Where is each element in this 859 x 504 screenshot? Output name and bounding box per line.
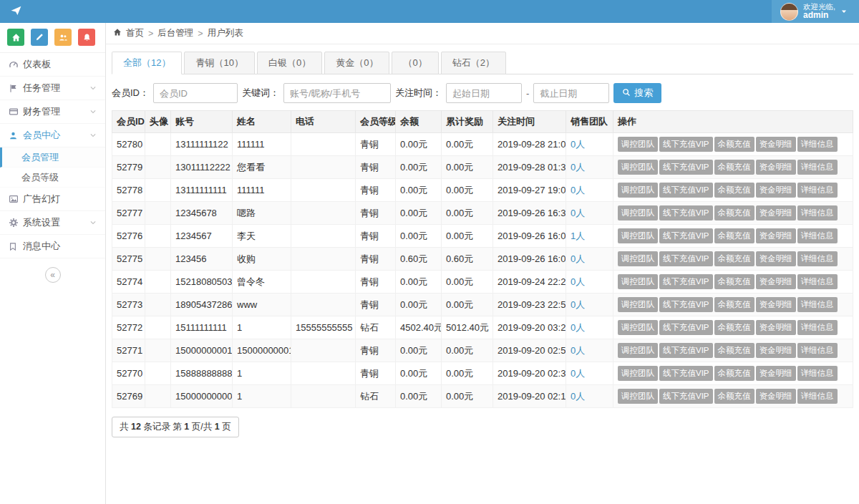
sidebar-collapse-button[interactable]: «: [45, 267, 61, 283]
adjust-team-button[interactable]: 调控团队: [618, 228, 658, 243]
fund-details-button[interactable]: 资金明细: [756, 160, 796, 175]
detail-info-button[interactable]: 详细信息: [797, 320, 838, 335]
tab-all[interactable]: 全部（12）: [112, 52, 182, 74]
sales-team-link[interactable]: 0人: [571, 391, 585, 402]
adjust-team-button[interactable]: 调控团队: [618, 297, 658, 312]
notifications-shortcut-button[interactable]: [78, 29, 95, 46]
offline-recharge-vip-button[interactable]: 线下充值VIP: [659, 274, 713, 289]
sales-team-link[interactable]: 0人: [571, 162, 585, 173]
adjust-team-button[interactable]: 调控团队: [618, 251, 658, 266]
users-shortcut-button[interactable]: [54, 29, 72, 46]
detail-info-button[interactable]: 详细信息: [797, 251, 838, 266]
offline-recharge-vip-button[interactable]: 线下充值VIP: [659, 343, 713, 358]
sidebar-item-dashboard[interactable]: 仪表板: [0, 53, 105, 77]
balance-recharge-button[interactable]: 余额充值: [714, 228, 754, 243]
detail-info-button[interactable]: 详细信息: [797, 366, 838, 381]
tab-bronze[interactable]: 青铜（10）: [184, 52, 254, 74]
balance-recharge-button[interactable]: 余额充值: [714, 366, 754, 381]
breadcrumb-backend[interactable]: 后台管理: [157, 27, 193, 39]
balance-recharge-button[interactable]: 余额充值: [714, 205, 754, 220]
sidebar-subitem-member-management[interactable]: 会员管理: [0, 147, 105, 168]
offline-recharge-vip-button[interactable]: 线下充值VIP: [659, 137, 713, 152]
sidebar-subitem-member-level[interactable]: 会员等级: [0, 168, 105, 188]
balance-recharge-button[interactable]: 余额充值: [714, 137, 754, 152]
sales-team-link[interactable]: 0人: [571, 322, 585, 333]
fund-details-button[interactable]: 资金明细: [756, 137, 796, 152]
end-date-input[interactable]: [533, 83, 609, 103]
edit-shortcut-button[interactable]: [31, 29, 48, 46]
offline-recharge-vip-button[interactable]: 线下充值VIP: [659, 251, 713, 266]
detail-info-button[interactable]: 详细信息: [797, 137, 838, 152]
adjust-team-button[interactable]: 调控团队: [618, 137, 658, 152]
offline-recharge-vip-button[interactable]: 线下充值VIP: [659, 320, 713, 335]
balance-recharge-button[interactable]: 余额充值: [714, 389, 754, 404]
fund-details-button[interactable]: 资金明细: [756, 389, 796, 404]
breadcrumb-home[interactable]: 首页: [126, 27, 144, 39]
detail-info-button[interactable]: 详细信息: [797, 343, 838, 358]
offline-recharge-vip-button[interactable]: 线下充值VIP: [659, 160, 713, 175]
detail-info-button[interactable]: 详细信息: [797, 274, 838, 289]
detail-info-button[interactable]: 详细信息: [797, 297, 838, 312]
balance-recharge-button[interactable]: 余额充值: [714, 274, 754, 289]
offline-recharge-vip-button[interactable]: 线下充值VIP: [659, 297, 713, 312]
sales-team-link[interactable]: 0人: [571, 299, 585, 310]
home-shortcut-button[interactable]: [7, 29, 24, 46]
fund-details-button[interactable]: 资金明细: [756, 366, 796, 381]
fund-details-button[interactable]: 资金明细: [756, 183, 796, 198]
tab-silver[interactable]: 白银（0）: [257, 52, 322, 74]
fund-details-button[interactable]: 资金明细: [756, 343, 796, 358]
balance-recharge-button[interactable]: 余额充值: [714, 160, 754, 175]
adjust-team-button[interactable]: 调控团队: [618, 320, 658, 335]
detail-info-button[interactable]: 详细信息: [797, 183, 838, 198]
tab-platinum[interactable]: （0）: [392, 52, 438, 74]
sales-team-link[interactable]: 0人: [571, 139, 585, 150]
sidebar-item-message-center[interactable]: 消息中心: [0, 235, 105, 258]
detail-info-button[interactable]: 详细信息: [797, 205, 838, 220]
start-date-input[interactable]: [446, 83, 522, 103]
offline-recharge-vip-button[interactable]: 线下充值VIP: [659, 183, 713, 198]
sales-team-link[interactable]: 0人: [571, 345, 585, 356]
member-id-input[interactable]: [153, 83, 238, 103]
balance-recharge-button[interactable]: 余额充值: [714, 183, 754, 198]
sales-team-link[interactable]: 0人: [571, 253, 585, 264]
sales-team-link[interactable]: 0人: [571, 185, 585, 195]
sidebar-item-system-settings[interactable]: 系统设置: [0, 211, 105, 235]
offline-recharge-vip-button[interactable]: 线下充值VIP: [659, 389, 713, 404]
fund-details-button[interactable]: 资金明细: [756, 228, 796, 243]
adjust-team-button[interactable]: 调控团队: [618, 274, 658, 289]
user-menu[interactable]: 欢迎光临, admin: [772, 0, 859, 23]
adjust-team-button[interactable]: 调控团队: [618, 343, 658, 358]
fund-details-button[interactable]: 资金明细: [756, 251, 796, 266]
balance-recharge-button[interactable]: 余额充值: [714, 343, 754, 358]
sales-team-link[interactable]: 0人: [571, 208, 585, 218]
sidebar-item-ad-slides[interactable]: 广告幻灯: [0, 188, 105, 211]
balance-recharge-button[interactable]: 余额充值: [714, 320, 754, 335]
adjust-team-button[interactable]: 调控团队: [618, 366, 658, 381]
balance-recharge-button[interactable]: 余额充值: [714, 297, 754, 312]
fund-details-button[interactable]: 资金明细: [756, 320, 796, 335]
fund-details-button[interactable]: 资金明细: [756, 297, 796, 312]
sidebar-item-tasks[interactable]: 任务管理: [0, 77, 105, 100]
sales-team-link[interactable]: 0人: [571, 368, 585, 379]
sidebar-item-member-center[interactable]: 会员中心: [0, 124, 105, 147]
keyword-input[interactable]: [283, 83, 391, 103]
offline-recharge-vip-button[interactable]: 线下充值VIP: [659, 205, 713, 220]
adjust-team-button[interactable]: 调控团队: [618, 183, 658, 198]
adjust-team-button[interactable]: 调控团队: [618, 389, 658, 404]
sidebar-item-finance[interactable]: 财务管理: [0, 100, 105, 124]
adjust-team-button[interactable]: 调控团队: [618, 160, 658, 175]
fund-details-button[interactable]: 资金明细: [756, 205, 796, 220]
adjust-team-button[interactable]: 调控团队: [618, 205, 658, 220]
sales-team-link[interactable]: 0人: [571, 276, 585, 287]
offline-recharge-vip-button[interactable]: 线下充值VIP: [659, 366, 713, 381]
tab-gold[interactable]: 黄金（0）: [324, 52, 389, 74]
fund-details-button[interactable]: 资金明细: [756, 274, 796, 289]
search-button[interactable]: 搜索: [613, 83, 661, 103]
sales-team-link[interactable]: 1人: [571, 231, 585, 241]
offline-recharge-vip-button[interactable]: 线下充值VIP: [659, 228, 713, 243]
balance-recharge-button[interactable]: 余额充值: [714, 251, 754, 266]
detail-info-button[interactable]: 详细信息: [797, 228, 838, 243]
detail-info-button[interactable]: 详细信息: [797, 389, 838, 404]
detail-info-button[interactable]: 详细信息: [797, 160, 838, 175]
tab-diamond[interactable]: 钻石（2）: [441, 52, 506, 74]
